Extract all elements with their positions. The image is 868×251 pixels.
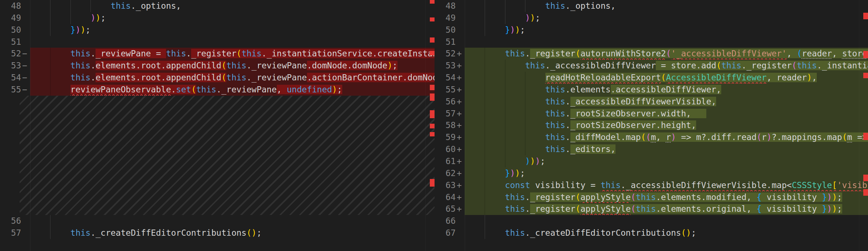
line-number[interactable]: 57 xyxy=(435,108,456,120)
code-line-content[interactable]: this._rootSizeObserver.width, xyxy=(465,108,868,120)
line-number[interactable]: 52 xyxy=(0,48,21,60)
code-row: 52+ this._register(autorunWithStore2('_a… xyxy=(435,48,868,60)
line-number[interactable]: 64 xyxy=(435,191,456,203)
line-number[interactable]: 63 xyxy=(435,179,456,191)
code-token: this xyxy=(636,204,656,214)
code-row: 50 })); xyxy=(0,24,435,36)
diff-sign: + xyxy=(456,155,465,167)
code-token: undefined xyxy=(287,85,332,94)
code-line-content[interactable]: this.elements.root.appendChild(this._rev… xyxy=(30,72,435,84)
code-token: this xyxy=(545,97,565,106)
line-number[interactable]: 54 xyxy=(435,72,456,84)
code-line-content[interactable]: this.elements.root.appendChild(this._rev… xyxy=(30,60,435,72)
code-token: .elements.original xyxy=(656,204,746,214)
code-line-content[interactable]: this._register(applyStyle(this.elements.… xyxy=(465,191,868,203)
code-line-content[interactable]: })); xyxy=(30,24,435,36)
code-token: . xyxy=(565,120,570,130)
overview-ruler-mark[interactable] xyxy=(430,0,435,4)
line-number[interactable]: 61 xyxy=(435,155,456,167)
code-token: this xyxy=(797,61,817,70)
code-row: 65+ this._register(applyStyle(this.eleme… xyxy=(435,203,868,215)
code-line-content[interactable] xyxy=(465,215,868,227)
overview-ruler-mark[interactable] xyxy=(430,17,435,21)
code-token: _rootSizeObserver.width, xyxy=(570,109,691,118)
overview-ruler-mark[interactable] xyxy=(863,189,868,196)
code-token xyxy=(465,192,505,202)
line-number[interactable]: 53 xyxy=(435,60,456,72)
line-number[interactable]: 53 xyxy=(0,60,21,72)
line-number[interactable]: 60 xyxy=(435,143,456,155)
overview-ruler-mark[interactable] xyxy=(430,51,435,55)
code-token: visibility = xyxy=(530,180,601,190)
line-number[interactable]: 51 xyxy=(0,36,21,48)
code-line-content[interactable]: this._rootSizeObserver.height, xyxy=(465,119,868,131)
line-number[interactable]: 50 xyxy=(435,24,456,36)
code-token: elements.root.appendChild xyxy=(96,61,221,70)
line-number[interactable]: 49 xyxy=(0,12,21,24)
code-line-content[interactable]: )); xyxy=(30,12,435,24)
code-line-content[interactable]: ))); xyxy=(465,155,868,167)
diagonal-hatch-pattern xyxy=(20,96,435,215)
code-line-content[interactable]: this._editors, xyxy=(465,143,868,155)
line-number[interactable]: 57 xyxy=(0,227,21,239)
overview-ruler-mark[interactable] xyxy=(863,133,868,140)
overview-ruler-mark[interactable] xyxy=(430,179,435,187)
line-number[interactable]: 48 xyxy=(435,0,456,12)
code-line-content[interactable]: })); xyxy=(465,24,868,36)
code-line-content[interactable]: this._register(applyStyle(this.elements.… xyxy=(465,203,868,215)
code-line-content[interactable]: this._register(autorunWithStore2('_acces… xyxy=(465,48,868,60)
code-token: ) xyxy=(535,156,540,166)
overview-ruler-mark[interactable] xyxy=(430,85,435,90)
code-token: m xyxy=(651,132,656,142)
code-line-content[interactable]: this._options, xyxy=(30,0,435,12)
code-token: _register xyxy=(530,192,576,202)
code-line-content[interactable]: })); xyxy=(465,167,868,179)
code-line-content[interactable]: reviewPaneObservable.set(this._reviewPan… xyxy=(30,84,435,96)
line-number[interactable]: 50 xyxy=(0,24,21,36)
line-number[interactable]: 51 xyxy=(435,36,456,48)
code-line-content[interactable] xyxy=(465,36,868,48)
overview-ruler-mark[interactable] xyxy=(430,124,435,128)
line-number[interactable]: 67 xyxy=(435,227,456,239)
code-line-content[interactable]: this._accessibleDiffViewerVisible, xyxy=(465,96,868,108)
code-token: ) xyxy=(251,228,257,238)
overview-ruler-mark[interactable] xyxy=(863,51,868,58)
code-line-content[interactable]: this.elements.accessibleDiffViewer, xyxy=(465,84,868,96)
code-token xyxy=(465,156,525,166)
code-line-content[interactable]: )); xyxy=(465,12,868,24)
code-token: = xyxy=(151,49,166,58)
line-number[interactable]: 59 xyxy=(435,131,456,143)
line-number[interactable]: 49 xyxy=(435,12,456,24)
line-number[interactable]: 56 xyxy=(0,215,21,227)
code-line-content[interactable]: this._createDiffEditorContributions(); xyxy=(30,227,435,239)
line-number[interactable]: 55 xyxy=(435,84,456,96)
code-token: .elements.modified xyxy=(656,192,746,202)
line-number[interactable]: 66 xyxy=(435,215,456,227)
line-number[interactable]: 62 xyxy=(435,167,456,179)
code-line-content[interactable]: this._reviewPane = this._register(this._… xyxy=(30,48,435,60)
line-number[interactable]: 55 xyxy=(0,84,21,96)
line-number[interactable]: 48 xyxy=(0,0,21,12)
overview-ruler-mark[interactable] xyxy=(430,132,435,136)
overview-ruler-mark[interactable] xyxy=(430,93,435,101)
code-line-content[interactable]: const visibility = this._accessibleDiffV… xyxy=(465,179,868,191)
line-number[interactable]: 58 xyxy=(435,119,456,131)
code-line-content[interactable]: this._diffModel.map((m, r) => m?.diff.re… xyxy=(465,131,868,143)
code-line-content[interactable]: this._createDiffEditorContributions(); xyxy=(465,227,868,239)
code-token: ) xyxy=(832,204,837,214)
overview-ruler-mark[interactable] xyxy=(430,110,435,118)
code-line-content[interactable]: this._accessibleDiffViewer = store.add(t… xyxy=(465,60,868,72)
line-number[interactable]: 52 xyxy=(435,48,456,60)
line-number[interactable]: 65 xyxy=(435,203,456,215)
code-line-content[interactable]: readHotReloadableExport(AccessibleDiffVi… xyxy=(465,72,868,84)
code-line-content[interactable] xyxy=(30,215,435,227)
code-line-content[interactable]: this._options, xyxy=(465,0,868,12)
overview-ruler-mark[interactable] xyxy=(863,73,868,78)
overview-ruler-mark[interactable] xyxy=(863,13,868,19)
line-number[interactable]: 54 xyxy=(0,72,21,84)
code-token: store.add xyxy=(671,61,716,70)
code-line-content[interactable] xyxy=(30,36,435,48)
line-number[interactable]: 56 xyxy=(435,96,456,108)
overview-ruler-mark[interactable] xyxy=(430,37,435,43)
overview-ruler-mark[interactable] xyxy=(863,175,868,181)
